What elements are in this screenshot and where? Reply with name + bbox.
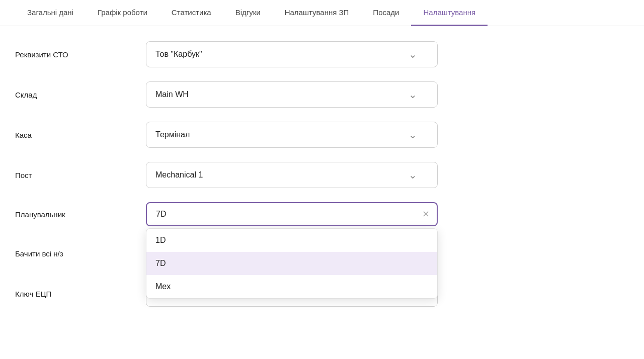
chevron-down-icon: ⌄ — [409, 129, 417, 141]
label-bachyty: Бачити всі н/з — [15, 249, 146, 258]
input-wrapper-planuvalnik: ✕ — [146, 202, 438, 226]
label-planuvalnik: Планувальник — [15, 210, 146, 219]
form-row-rekvisity: Реквизити СТОТов "Карбук"⌄ — [15, 41, 629, 67]
control-wrapper-post: Mechanical 1⌄ — [146, 162, 438, 188]
tab-positions[interactable]: Посади — [361, 0, 411, 26]
control-wrapper-kasa: Термінал⌄ — [146, 122, 438, 148]
dropdown-sklad[interactable]: Main WH⌄ — [146, 81, 438, 108]
dropdown-value-kasa: Термінал — [155, 130, 190, 139]
form-row-planuvalnik: Планувальник✕1D7DMex — [15, 202, 629, 226]
form-row-kasa: КасаТермінал⌄ — [15, 122, 629, 148]
option-mex[interactable]: Mex — [146, 275, 437, 298]
clear-icon[interactable]: ✕ — [420, 208, 432, 220]
form-row-sklad: СкладMain WH⌄ — [15, 81, 629, 108]
form-row-post: ПостMechanical 1⌄ — [15, 162, 629, 188]
tab-sp-settings[interactable]: Налаштування ЗП — [273, 0, 361, 26]
option-1d[interactable]: 1D — [146, 229, 437, 252]
label-rekvisity: Реквизити СТО — [15, 50, 146, 59]
label-sklad: Склад — [15, 91, 146, 99]
chevron-down-icon: ⌄ — [409, 88, 417, 101]
input-planuvalnik[interactable] — [146, 202, 438, 226]
tabs-bar: Загальні даніГрафік роботиСтатистикаВідг… — [0, 0, 644, 26]
label-post: Пост — [15, 171, 146, 180]
dropdown-kasa[interactable]: Термінал⌄ — [146, 122, 438, 148]
content-area: Реквизити СТОТов "Карбук"⌄СкладMain WH⌄К… — [0, 26, 644, 336]
control-wrapper-rekvisity: Тов "Карбук"⌄ — [146, 41, 438, 67]
chevron-down-icon: ⌄ — [409, 48, 417, 60]
tab-reviews[interactable]: Відгуки — [223, 0, 273, 26]
tab-stats[interactable]: Статистика — [159, 0, 223, 26]
tab-schedule[interactable]: Графік роботи — [86, 0, 159, 26]
option-7d[interactable]: 7D — [146, 252, 437, 275]
label-klyuch: Ключ ЕЦП — [15, 290, 146, 298]
tab-general[interactable]: Загальні дані — [15, 0, 86, 26]
dropdown-menu-planuvalnik: 1D7DMex — [146, 228, 438, 299]
dropdown-value-rekvisity: Тов "Карбук" — [155, 50, 202, 59]
dropdown-value-post: Mechanical 1 — [155, 170, 203, 180]
label-kasa: Каса — [15, 131, 146, 139]
dropdown-rekvisity[interactable]: Тов "Карбук"⌄ — [146, 41, 438, 67]
control-wrapper-sklad: Main WH⌄ — [146, 81, 438, 108]
dropdown-value-sklad: Main WH — [155, 90, 189, 99]
tab-settings[interactable]: Налаштування — [411, 0, 488, 26]
dropdown-post[interactable]: Mechanical 1⌄ — [146, 162, 438, 188]
chevron-down-icon: ⌄ — [409, 169, 417, 181]
control-wrapper-planuvalnik: ✕1D7DMex — [146, 202, 438, 226]
